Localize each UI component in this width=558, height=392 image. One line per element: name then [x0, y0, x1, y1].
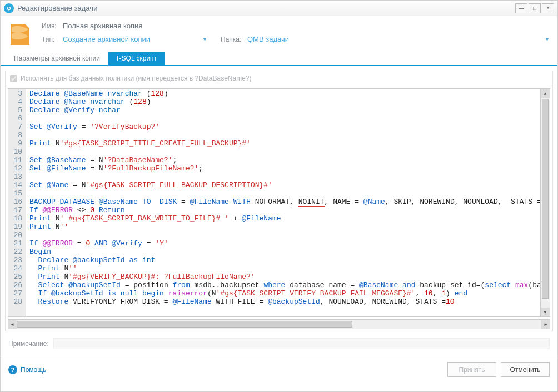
minimize-button[interactable]: — — [515, 3, 527, 13]
horizontal-scrollbar[interactable]: ◄ ► — [8, 319, 550, 329]
script-panel: Исполнять для баз данных политики (имя п… — [5, 71, 553, 331]
scroll-thumb[interactable] — [17, 321, 352, 328]
scroll-right-icon[interactable]: ► — [541, 320, 550, 329]
cancel-button[interactable]: Отменить — [501, 362, 550, 377]
tab-bar: Параметры архивной копии T-SQL скрипт — [1, 52, 557, 66]
chevron-down-icon: ▼ — [202, 37, 207, 42]
maximize-button[interactable]: □ — [529, 3, 541, 13]
chevron-down-icon: ▼ — [545, 37, 550, 42]
accept-button[interactable]: Принять — [447, 362, 496, 377]
header: Имя: Тип: Создание архивной копии ▼ Папк… — [1, 16, 557, 51]
folder-dropdown[interactable]: QMB задачи ▼ — [247, 35, 550, 43]
scroll-left-icon[interactable]: ◄ — [8, 320, 17, 329]
scroll-up-icon[interactable]: ▲ — [541, 89, 550, 98]
help-link[interactable]: ? Помощь — [8, 365, 46, 374]
run-for-policy-db-checkbox[interactable] — [10, 75, 17, 82]
folder-label: Папка: — [221, 36, 247, 43]
footer: ? Помощь Принять Отменить — [1, 356, 557, 383]
name-input[interactable] — [63, 21, 550, 32]
document-icon — [8, 22, 32, 47]
note-label: Примечание: — [8, 340, 49, 348]
type-dropdown[interactable]: Создание архивной копии ▼ — [63, 35, 207, 43]
run-for-policy-db-label: Исполнять для баз данных политики (имя п… — [21, 74, 251, 82]
note-row: Примечание: — [1, 336, 557, 351]
type-label: Тип: — [42, 36, 63, 43]
name-label: Имя: — [42, 22, 63, 30]
titlebar: Q Редактирование задачи — □ × — [1, 1, 557, 16]
folder-value: QMB задачи — [247, 35, 289, 43]
tab-backup-params[interactable]: Параметры архивной копии — [6, 52, 108, 65]
close-button[interactable]: × — [542, 3, 554, 13]
line-gutter: 3456789101112131415161718192021222324252… — [8, 89, 26, 316]
note-input[interactable] — [53, 338, 550, 349]
code-editor[interactable]: 3456789101112131415161718192021222324252… — [8, 88, 550, 317]
help-icon: ? — [8, 365, 17, 374]
type-value: Создание архивной копии — [63, 35, 150, 43]
code-content[interactable]: Declare @BaseName nvarchar (128) Declare… — [26, 89, 540, 316]
app-icon: Q — [4, 3, 14, 13]
scroll-thumb[interactable] — [542, 99, 549, 299]
window-title: Редактирование задачи — [17, 4, 97, 12]
help-label: Помощь — [21, 366, 46, 374]
scroll-down-icon[interactable]: ▼ — [541, 308, 550, 316]
tab-tsql-script[interactable]: T-SQL скрипт — [108, 52, 165, 65]
vertical-scrollbar[interactable]: ▲ ▼ — [540, 89, 550, 316]
